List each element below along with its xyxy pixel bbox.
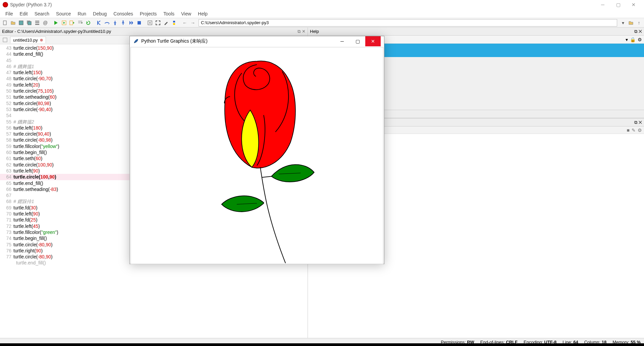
menu-consoles[interactable]: Consoles: [110, 10, 136, 17]
rerun-icon[interactable]: [85, 19, 92, 27]
menu-file[interactable]: File: [2, 10, 16, 17]
spyder-icon: [3, 2, 8, 7]
stop-console-icon[interactable]: ■: [627, 128, 630, 133]
debug-icon[interactable]: [95, 19, 103, 27]
svg-rect-5: [70, 21, 73, 25]
svg-rect-1: [19, 21, 23, 25]
clear-console-icon[interactable]: ✎: [632, 128, 636, 133]
svg-rect-3: [28, 21, 31, 25]
working-directory-input[interactable]: C:\Users\Administrator\.spyder-py3: [199, 19, 617, 27]
file-browser-icon[interactable]: [1, 36, 9, 44]
turtle-window-title: Python Turtle Graphics (未响应): [141, 38, 208, 44]
step-out-icon[interactable]: [119, 19, 127, 27]
menu-help[interactable]: Help: [195, 10, 211, 17]
editor-tab[interactable]: untitled10.py ⊗: [10, 37, 46, 43]
turtle-canvas: [130, 47, 383, 264]
save-all-icon[interactable]: [25, 19, 33, 27]
working-directory-text: C:\Users\Administrator\.spyder-py3: [201, 20, 269, 25]
console-options-icon[interactable]: ⚙: [638, 128, 642, 133]
svg-rect-0: [3, 21, 6, 25]
turtle-minimize-button[interactable]: ─: [334, 36, 350, 46]
turtle-close-button[interactable]: ✕: [365, 36, 381, 46]
stop-debug-icon[interactable]: [136, 19, 143, 27]
turtle-icon: [133, 39, 139, 44]
undock-console-icon[interactable]: ⧉: [634, 120, 637, 125]
menu-tools[interactable]: Tools: [160, 10, 178, 17]
menu-source[interactable]: Source: [53, 10, 74, 17]
editor-pane-title: Editor - C:\Users\Administrator\.spyder-…: [0, 28, 308, 36]
window-maximize-button[interactable]: ▢: [610, 0, 626, 9]
menu-projects[interactable]: Projects: [137, 10, 160, 17]
editor-tab-label: untitled10.py: [13, 38, 38, 43]
lock-icon[interactable]: 🔒: [630, 37, 636, 42]
editor-pane-title-text: Editor - C:\Users\Administrator\.spyder-…: [2, 29, 111, 34]
help-pane-title: Help ⧉ ✕: [308, 28, 644, 36]
turtle-maximize-button[interactable]: ▢: [350, 36, 365, 46]
list-icon[interactable]: [34, 19, 41, 27]
new-file-icon[interactable]: [1, 19, 9, 27]
parent-dir-icon[interactable]: ↑: [635, 19, 643, 27]
step-into-icon[interactable]: [111, 19, 119, 27]
main-toolbar: @ ← → C:\Users\Administrator\.spyder-py3…: [0, 18, 644, 28]
help-title-text: Help: [310, 29, 319, 34]
step-over-icon[interactable]: [103, 19, 111, 27]
menu-search[interactable]: Search: [31, 10, 53, 17]
gear-icon[interactable]: ⚙: [638, 37, 642, 42]
close-console-icon[interactable]: ✕: [639, 120, 642, 125]
turtle-graphics-window[interactable]: Python Turtle Graphics (未响应) ─ ▢ ✕: [129, 36, 384, 264]
svg-point-7: [122, 20, 124, 22]
run-icon[interactable]: [52, 19, 60, 27]
run-cell-advance-icon[interactable]: [68, 19, 76, 27]
forward-icon[interactable]: →: [189, 19, 197, 27]
maximize-pane-icon[interactable]: [146, 19, 154, 27]
undock-help-icon[interactable]: ⧉: [634, 29, 637, 34]
menubar: File Edit Search Source Run Debug Consol…: [0, 9, 644, 18]
close-pane-icon[interactable]: ✕: [302, 29, 306, 34]
back-icon[interactable]: ←: [181, 19, 189, 27]
save-file-icon[interactable]: [17, 19, 25, 27]
open-file-icon[interactable]: [9, 19, 17, 27]
fullscreen-icon[interactable]: [154, 19, 162, 27]
preferences-icon[interactable]: [162, 19, 170, 27]
menu-run[interactable]: Run: [74, 10, 90, 17]
browse-folder-icon[interactable]: [627, 19, 635, 27]
window-close-button[interactable]: ✕: [626, 0, 641, 9]
window-title: Spyder (Python 3.7): [10, 2, 52, 7]
svg-point-6: [114, 24, 116, 25]
menu-debug[interactable]: Debug: [90, 10, 110, 17]
run-selection-icon[interactable]: [76, 19, 84, 27]
menu-view[interactable]: View: [178, 10, 195, 17]
bottom-black-bar: [0, 343, 644, 346]
run-cell-icon[interactable]: [60, 19, 68, 27]
window-minimize-button[interactable]: ─: [595, 0, 610, 9]
python-path-icon[interactable]: [170, 19, 178, 27]
turtle-titlebar[interactable]: Python Turtle Graphics (未响应) ─ ▢ ✕: [130, 36, 384, 46]
svg-rect-8: [138, 21, 141, 24]
svg-rect-10: [3, 38, 7, 42]
undock-icon[interactable]: ⧉: [298, 29, 301, 34]
dropdown-icon[interactable]: ▾: [619, 19, 627, 27]
window-titlebar: Spyder (Python 3.7) ─ ▢ ✕: [0, 0, 644, 9]
continue-icon[interactable]: [127, 19, 135, 27]
help-dropdown-icon[interactable]: ▾: [626, 37, 628, 42]
close-help-icon[interactable]: ✕: [639, 29, 642, 34]
menu-edit[interactable]: Edit: [16, 10, 31, 17]
tab-close-icon[interactable]: ⊗: [40, 38, 43, 42]
at-icon[interactable]: @: [42, 19, 49, 27]
